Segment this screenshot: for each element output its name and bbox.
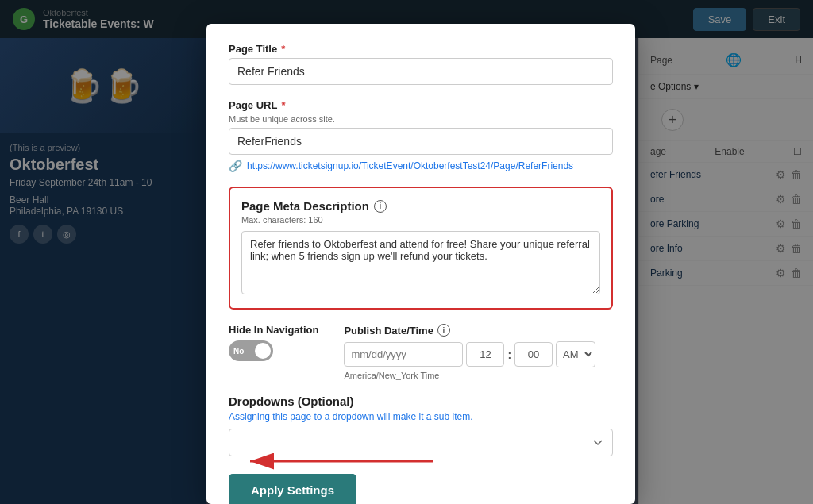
page-link[interactable]: 🔗 https://www.ticketsignup.io/TicketEven…: [229, 160, 613, 172]
meta-desc-title: Page Meta Description i: [241, 199, 600, 213]
toggle-no-label: No: [233, 347, 244, 356]
datetime-info-icon[interactable]: i: [437, 324, 450, 337]
publish-datetime-label: Publish Date/Time i: [344, 324, 613, 337]
publish-datetime-group: Publish Date/Time i : AM PM America/New_…: [344, 324, 613, 380]
page-url-label: Page URL *: [229, 99, 613, 111]
hide-nav-label: Hide In Navigation: [229, 324, 318, 336]
page-title-group: Page Title *: [229, 43, 613, 85]
page-title-label: Page Title *: [229, 43, 613, 55]
dropdowns-hint: Assigning this page to a dropdown will m…: [229, 411, 613, 422]
timezone-label: America/New_York Time: [344, 371, 613, 380]
char-limit: Max. characters: 160: [241, 215, 600, 225]
toggle-datetime-row: Hide In Navigation No Publish Date/Time …: [229, 324, 613, 380]
apply-settings-button[interactable]: Apply Settings: [229, 474, 356, 504]
hide-nav-group: Hide In Navigation No: [229, 324, 318, 361]
hide-nav-toggle[interactable]: No: [229, 340, 273, 361]
datetime-inputs: : AM PM: [344, 341, 613, 367]
date-input[interactable]: [344, 342, 463, 367]
link-icon: 🔗: [229, 160, 242, 172]
dropdowns-select[interactable]: [229, 429, 613, 456]
meta-desc-textarea[interactable]: [241, 231, 600, 294]
hour-input[interactable]: [466, 342, 504, 367]
page-settings-modal: Page Title * Page URL * Must be unique a…: [206, 24, 635, 504]
dropdowns-section: Dropdowns (Optional) Assigning this page…: [229, 394, 613, 456]
minute-input[interactable]: [514, 342, 553, 367]
dropdowns-title: Dropdowns (Optional): [229, 394, 613, 408]
page-url-group: Page URL * Must be unique across site. 🔗…: [229, 99, 613, 172]
toggle-knob: [255, 343, 271, 359]
page-url-input[interactable]: [229, 128, 613, 155]
meta-description-section: Page Meta Description i Max. characters:…: [229, 187, 613, 310]
page-url-hint: Must be unique across site.: [229, 114, 613, 124]
time-separator: :: [507, 348, 511, 361]
url-required-marker: *: [281, 99, 285, 111]
required-marker: *: [281, 43, 285, 55]
ampm-select[interactable]: AM PM: [556, 341, 595, 367]
meta-info-icon[interactable]: i: [374, 200, 387, 213]
page-title-input[interactable]: [229, 58, 613, 85]
